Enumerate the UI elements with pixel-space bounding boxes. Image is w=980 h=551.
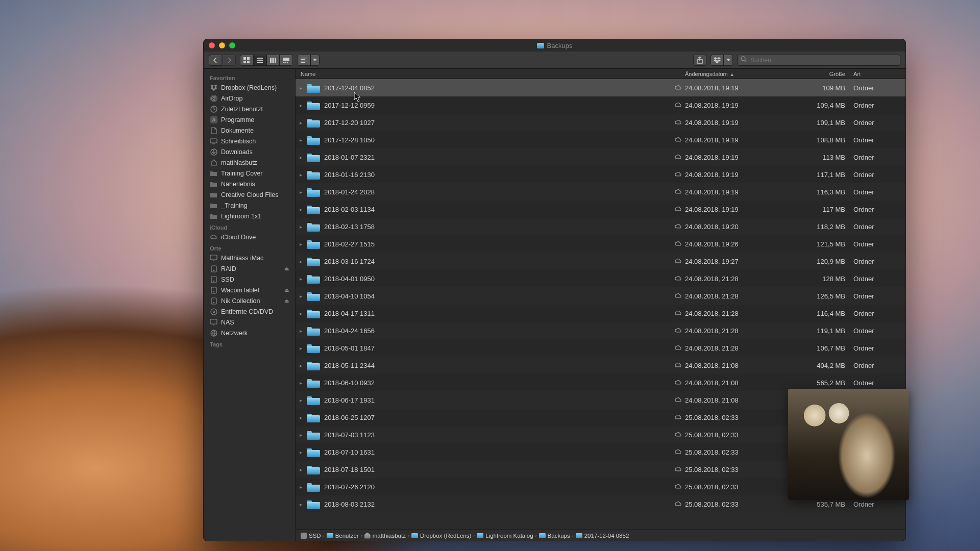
- sidebar-item[interactable]: RAID⏏: [204, 263, 295, 274]
- disclosure-triangle-icon[interactable]: ▸: [300, 397, 307, 403]
- disclosure-triangle-icon[interactable]: ▸: [300, 432, 307, 438]
- file-row[interactable]: ▸2018-04-17 131124.08.2018, 21:28116,4 M…: [296, 305, 905, 322]
- path-bar[interactable]: SSD›Benutzer›matthiasbutz›Dropbox (RedLe…: [296, 530, 905, 541]
- file-row[interactable]: ▸2018-05-01 184724.08.2018, 21:28106,7 M…: [296, 339, 905, 357]
- disclosure-triangle-icon[interactable]: ▸: [300, 241, 307, 247]
- disclosure-triangle-icon[interactable]: ▸: [300, 311, 307, 316]
- disclosure-triangle-icon[interactable]: ▸: [300, 502, 307, 507]
- sidebar[interactable]: FavoritenDropbox (RedLens)AirDropZuletzt…: [204, 69, 296, 541]
- disclosure-triangle-icon[interactable]: ▸: [300, 207, 307, 212]
- file-size: 109 MB: [797, 84, 853, 92]
- zoom-icon[interactable]: [229, 42, 235, 48]
- disclosure-triangle-icon[interactable]: ▸: [300, 137, 307, 143]
- sidebar-item[interactable]: _Training: [204, 200, 295, 211]
- minimize-icon[interactable]: [219, 42, 225, 48]
- disclosure-triangle-icon[interactable]: ▸: [300, 345, 307, 351]
- group-by-button[interactable]: [297, 55, 310, 66]
- sidebar-item[interactable]: SSD: [204, 274, 295, 285]
- disclosure-triangle-icon[interactable]: ▸: [300, 85, 307, 91]
- file-row[interactable]: ▸2017-12-28 105024.08.2018, 19:19108,8 M…: [296, 131, 905, 148]
- file-row[interactable]: ▸2017-12-12 095924.08.2018, 19:19109,4 M…: [296, 96, 905, 114]
- dropbox-button[interactable]: [710, 55, 724, 66]
- disclosure-triangle-icon[interactable]: ▸: [300, 120, 307, 126]
- file-row[interactable]: ▸2018-03-16 172424.08.2018, 19:27120,9 M…: [296, 253, 905, 270]
- sidebar-item[interactable]: WacomTablet⏏: [204, 285, 295, 295]
- forward-button[interactable]: [223, 55, 236, 66]
- disclosure-triangle-icon[interactable]: ▸: [300, 172, 307, 178]
- sidebar-item[interactable]: Näherlebnis: [204, 179, 295, 189]
- disclosure-triangle-icon[interactable]: ▸: [300, 484, 307, 490]
- file-row[interactable]: ▸2018-02-03 113424.08.2018, 19:19117 MBO…: [296, 201, 905, 218]
- search-field[interactable]: [737, 55, 900, 66]
- column-headers[interactable]: Name Änderungsdatum▲ Größe Art: [296, 69, 905, 79]
- sidebar-item[interactable]: iCloud Drive: [204, 232, 295, 242]
- sidebar-item[interactable]: matthiasbutz: [204, 157, 295, 168]
- disclosure-triangle-icon[interactable]: ▸: [300, 328, 307, 334]
- sidebar-item[interactable]: Training Cover: [204, 168, 295, 179]
- file-row[interactable]: ▸2017-12-04 085224.08.2018, 19:19109 MBO…: [296, 79, 905, 96]
- file-row[interactable]: ▸2018-02-27 151524.08.2018, 19:26121,5 M…: [296, 235, 905, 253]
- column-date[interactable]: Änderungsdatum▲: [685, 71, 797, 77]
- disclosure-triangle-icon[interactable]: ▸: [300, 467, 307, 472]
- disclosure-triangle-icon[interactable]: ▸: [300, 189, 307, 195]
- back-button[interactable]: [209, 55, 222, 66]
- file-row[interactable]: ▸2017-12-20 102724.08.2018, 19:19109,1 M…: [296, 114, 905, 131]
- file-row[interactable]: ▸2018-04-01 095024.08.2018, 21:28128 MBO…: [296, 270, 905, 287]
- path-crumb[interactable]: 2017-12-04 0852: [576, 533, 629, 539]
- sidebar-item[interactable]: Lightroom 1x1: [204, 211, 295, 221]
- sidebar-item[interactable]: Downloads: [204, 146, 295, 157]
- sidebar-item[interactable]: Entfernte CD/DVD: [204, 306, 295, 317]
- dropbox-menu[interactable]: [724, 55, 733, 66]
- share-button[interactable]: [693, 55, 706, 66]
- group-by-menu[interactable]: [310, 55, 320, 66]
- path-crumb[interactable]: Backups: [539, 533, 570, 539]
- column-kind[interactable]: Art: [853, 71, 899, 77]
- file-row[interactable]: ▸2018-02-13 175824.08.2018, 19:20118,2 M…: [296, 218, 905, 235]
- sidebar-item[interactable]: Dokumente: [204, 125, 295, 136]
- search-input[interactable]: [749, 56, 897, 64]
- eject-icon[interactable]: ⏏: [284, 266, 289, 271]
- sidebar-item[interactable]: Zuletzt benutzt: [204, 104, 295, 114]
- disclosure-triangle-icon[interactable]: ▸: [300, 380, 307, 386]
- view-icon-button[interactable]: [240, 55, 253, 66]
- close-icon[interactable]: [209, 42, 215, 48]
- view-columns-button[interactable]: [266, 55, 280, 66]
- sidebar-item[interactable]: Schreibtisch: [204, 136, 295, 146]
- sidebar-item[interactable]: Creative Cloud Files: [204, 189, 295, 200]
- column-name[interactable]: Name: [300, 71, 685, 77]
- file-row[interactable]: ▸2018-01-24 202824.08.2018, 19:19116,3 M…: [296, 183, 905, 201]
- path-crumb[interactable]: SSD: [301, 533, 321, 539]
- dropbox-icon: [210, 84, 217, 91]
- sidebar-item[interactable]: Netzwerk: [204, 328, 295, 338]
- disclosure-triangle-icon[interactable]: ▸: [300, 363, 307, 368]
- column-size[interactable]: Größe: [797, 71, 853, 77]
- titlebar[interactable]: Backups: [204, 39, 905, 52]
- sidebar-item[interactable]: AProgramme: [204, 114, 295, 125]
- disclosure-triangle-icon[interactable]: ▸: [300, 293, 307, 299]
- view-list-button[interactable]: [253, 55, 266, 66]
- path-crumb[interactable]: Dropbox (RedLens): [411, 533, 471, 539]
- sidebar-item[interactable]: AirDrop: [204, 93, 295, 104]
- disclosure-triangle-icon[interactable]: ▸: [300, 103, 307, 108]
- file-row[interactable]: ▸2018-01-16 213024.08.2018, 19:19117,1 M…: [296, 166, 905, 183]
- eject-icon[interactable]: ⏏: [284, 298, 289, 304]
- disclosure-triangle-icon[interactable]: ▸: [300, 415, 307, 420]
- disclosure-triangle-icon[interactable]: ▸: [300, 276, 307, 282]
- sidebar-item[interactable]: Nik Collection⏏: [204, 295, 295, 306]
- path-crumb[interactable]: matthiasbutz: [364, 533, 406, 539]
- sidebar-item[interactable]: NAS: [204, 317, 295, 328]
- view-gallery-button[interactable]: [280, 55, 293, 66]
- disclosure-triangle-icon[interactable]: ▸: [300, 259, 307, 264]
- file-row[interactable]: ▸2018-05-11 234424.08.2018, 21:08404,2 M…: [296, 357, 905, 374]
- path-crumb[interactable]: Benutzer: [327, 533, 359, 539]
- file-row[interactable]: ▸2018-01-07 232124.08.2018, 19:19113 MBO…: [296, 148, 905, 166]
- disclosure-triangle-icon[interactable]: ▸: [300, 449, 307, 455]
- file-row[interactable]: ▸2018-04-24 165624.08.2018, 21:28119,1 M…: [296, 322, 905, 339]
- path-crumb[interactable]: Lightroom Katalog: [477, 533, 533, 539]
- eject-icon[interactable]: ⏏: [284, 287, 289, 293]
- file-row[interactable]: ▸2018-04-10 105424.08.2018, 21:28126,5 M…: [296, 287, 905, 305]
- sidebar-item[interactable]: Matthiass iMac: [204, 253, 295, 263]
- disclosure-triangle-icon[interactable]: ▸: [300, 155, 307, 160]
- disclosure-triangle-icon[interactable]: ▸: [300, 224, 307, 230]
- sidebar-item[interactable]: Dropbox (RedLens): [204, 82, 295, 93]
